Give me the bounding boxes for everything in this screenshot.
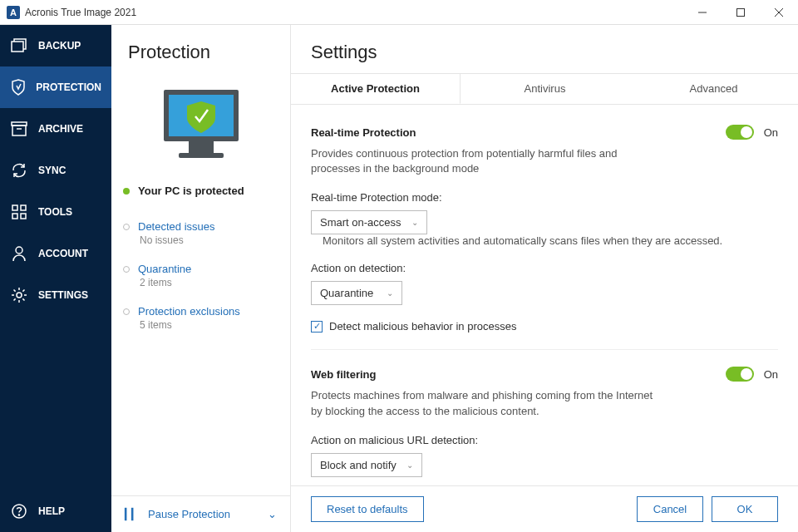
app-logo: A (7, 6, 20, 19)
section-description: Provides continuous protection from pote… (311, 146, 660, 176)
sidebar-item-account[interactable]: ACCOUNT (0, 233, 111, 274)
sidebar-label: ACCOUNT (38, 248, 88, 259)
page-title: Settings (291, 25, 798, 73)
panel-item-detected-issues[interactable]: Detected issues No issues (111, 215, 290, 258)
sidebar-item-help[interactable]: HELP (0, 490, 111, 532)
settings-tabs: Active Protection Antivirus Advanced (291, 73, 798, 105)
section-description: Protects machines from malware and phish… (311, 388, 660, 418)
status-text: Your PC is protected (138, 185, 244, 197)
tab-antivirus[interactable]: Antivirus (461, 74, 629, 104)
protection-status: Your PC is protected (111, 181, 290, 200)
titlebar: A Acronis True Image 2021 (0, 0, 798, 25)
field-label: Action on malicious URL detection: (311, 434, 778, 446)
panel-item-sub: 5 items (140, 319, 278, 331)
select-value: Smart on-access (320, 216, 401, 229)
svg-rect-12 (21, 214, 26, 219)
minimize-button[interactable] (683, 0, 722, 25)
pause-protection-button[interactable]: ▎▎ Pause Protection ⌄ (111, 495, 290, 532)
select-value: Quarantine (320, 287, 373, 299)
panel-item-label: Detected issues (138, 220, 215, 233)
bullet-icon (123, 308, 130, 315)
maximize-button[interactable] (722, 0, 760, 25)
protection-panel: Protection Your PC is protected Detected… (111, 25, 291, 532)
help-icon (10, 502, 28, 520)
section-title: Web filtering (311, 368, 726, 381)
webfilter-toggle[interactable] (726, 367, 754, 382)
sidebar-label: SYNC (38, 165, 66, 176)
pause-icon: ▎▎ (125, 508, 138, 520)
sync-icon (10, 161, 28, 180)
sidebar-item-backup[interactable]: BACKUP (0, 25, 111, 66)
section-title: Real-time Protection (311, 126, 726, 139)
sidebar-item-settings[interactable]: SETTINGS (0, 274, 111, 316)
detect-malicious-checkbox[interactable]: ✓ Detect malicious behavior in processes (311, 320, 778, 332)
svg-rect-9 (12, 205, 17, 210)
sidebar-label: HELP (38, 505, 65, 517)
sidebar-label: TOOLS (38, 206, 72, 218)
field-label: Action on detection: (311, 262, 778, 274)
chevron-down-icon: ⌄ (377, 288, 393, 298)
bullet-icon (123, 266, 130, 273)
toggle-label: On (764, 368, 778, 381)
gear-icon (10, 286, 28, 304)
tab-active-protection[interactable]: Active Protection (291, 74, 461, 104)
pause-label: Pause Protection (148, 508, 230, 520)
panel-title: Protection (111, 25, 290, 71)
panel-item-quarantine[interactable]: Quarantine 2 items (111, 258, 290, 300)
sidebar-label: PROTECTION (36, 81, 101, 93)
sidebar-item-archive[interactable]: ARCHIVE (0, 108, 111, 150)
cancel-button[interactable]: Cancel (637, 496, 703, 522)
panel-item-label: Quarantine (138, 263, 191, 275)
section-webfiltering: Web filtering On Protects machines from … (311, 350, 778, 485)
panel-item-label: Protection exclusions (138, 305, 240, 318)
panel-item-sub: 2 items (140, 277, 278, 288)
realtime-mode-select[interactable]: Smart on-access ⌄ (311, 210, 427, 234)
section-realtime: Real-time Protection On Provides continu… (311, 108, 778, 350)
svg-rect-11 (12, 214, 17, 219)
close-button[interactable] (760, 0, 798, 25)
tab-advanced[interactable]: Advanced (629, 74, 798, 104)
chevron-down-icon: ⌄ (268, 508, 277, 520)
sidebar-label: BACKUP (38, 40, 81, 52)
sidebar-label: ARCHIVE (38, 123, 83, 135)
sidebar-label: SETTINGS (38, 289, 88, 301)
window-title: Acronis True Image 2021 (25, 7, 683, 18)
sidebar-item-sync[interactable]: SYNC (0, 150, 111, 191)
chevron-down-icon: ⌄ (401, 218, 418, 227)
sidebar-item-protection[interactable]: PROTECTION (0, 66, 111, 108)
settings-main: Settings Active Protection Antivirus Adv… (291, 25, 798, 532)
sidebar: BACKUP PROTECTION ARCHIVE SYNC TOOLS ACC… (0, 25, 111, 532)
select-value: Block and notify (320, 459, 397, 471)
toggle-label: On (764, 126, 778, 139)
chevron-down-icon: ⌄ (397, 461, 413, 470)
svg-rect-5 (12, 42, 23, 52)
svg-rect-19 (189, 141, 214, 153)
svg-rect-1 (737, 8, 745, 16)
archive-icon (10, 120, 28, 138)
account-icon (10, 244, 28, 263)
svg-rect-10 (21, 205, 26, 210)
backup-icon (10, 37, 28, 55)
panel-item-exclusions[interactable]: Protection exclusions 5 items (111, 300, 290, 342)
checkbox-label: Detect malicious behavior in processes (329, 320, 516, 332)
sidebar-item-tools[interactable]: TOOLS (0, 191, 111, 233)
svg-point-16 (18, 515, 19, 515)
svg-rect-7 (12, 126, 26, 135)
svg-point-13 (16, 247, 22, 254)
panel-item-sub: No issues (140, 234, 278, 246)
action-detection-select[interactable]: Quarantine ⌄ (311, 281, 402, 305)
mode-hint: Monitors all system activities and autom… (323, 234, 722, 247)
svg-rect-20 (179, 153, 224, 158)
reset-button[interactable]: Reset to defaults (311, 496, 424, 522)
field-label: Real-time Protection mode: (311, 191, 778, 204)
status-dot-icon (123, 188, 130, 195)
svg-point-14 (17, 293, 22, 298)
shield-icon (10, 78, 26, 96)
web-action-select[interactable]: Block and notify ⌄ (311, 453, 422, 477)
tools-icon (10, 203, 28, 221)
realtime-toggle[interactable] (726, 125, 754, 140)
settings-footer: Reset to defaults Cancel OK (291, 485, 798, 532)
bullet-icon (123, 224, 130, 230)
checkbox-icon: ✓ (311, 321, 323, 332)
ok-button[interactable]: OK (712, 496, 778, 522)
